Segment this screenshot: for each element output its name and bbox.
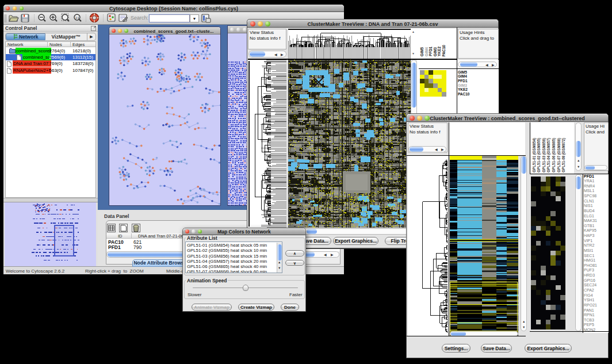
svg-text:Search:: Search:	[131, 15, 148, 21]
svg-text:1:1: 1:1	[75, 17, 79, 20]
